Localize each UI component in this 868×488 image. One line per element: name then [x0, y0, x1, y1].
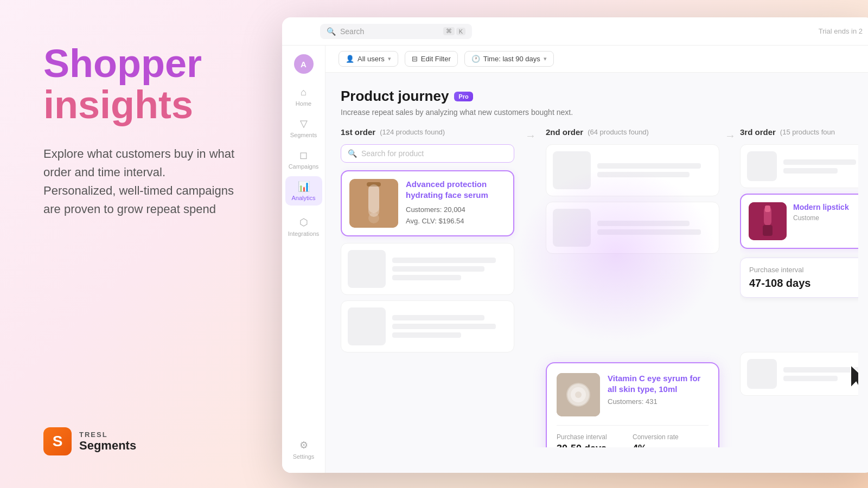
skeleton-line [392, 332, 461, 338]
skeleton-card-2 [341, 300, 514, 352]
left-content: Shopper insights Explore what customers … [43, 43, 239, 219]
lipstick-info: Modern lipstick Custome [793, 202, 849, 222]
all-users-label: All users [358, 55, 385, 63]
svg-point-2 [368, 213, 379, 223]
skeleton-lines [597, 221, 712, 235]
svg-point-5 [566, 383, 590, 407]
filter-bar: 👤 All users ▾ ⊟ Edit Filter 🕐 Time: last… [326, 46, 868, 73]
arrow-icon-1: → [525, 130, 536, 142]
col2-title: 2nd order [546, 127, 583, 137]
k-key: K [456, 28, 465, 35]
column-second-order: 2nd order (64 products found) [540, 127, 725, 447]
skeleton-line [597, 221, 690, 226]
time-filter-button[interactable]: 🕐 Time: last 90 days ▾ [464, 51, 554, 67]
svg-rect-3 [367, 182, 381, 187]
serum-info: Advanced protection hydrating face serum… [406, 179, 506, 227]
main-layout: A ⌂ Home ▽ Segments ◻ Campaigns 📊 Analyt… [282, 46, 868, 473]
vitamin-name: Vitamin C eye syrum for all skin type, 1… [608, 373, 709, 394]
skeleton-line [392, 275, 461, 280]
brand-name-bottom: Segments [79, 439, 136, 453]
product-search-input[interactable]: 🔍 Search for product [341, 144, 514, 163]
skeleton-line [783, 168, 838, 174]
svg-rect-4 [557, 373, 600, 416]
svg-rect-11 [763, 225, 773, 236]
sidebar-label-home: Home [296, 100, 311, 107]
sidebar-item-segments[interactable]: ▽ Segments [285, 113, 322, 143]
pro-badge: Pro [454, 92, 473, 101]
skeleton-lines [783, 367, 858, 381]
lipstick-customers: Custome [793, 214, 849, 222]
sidebar-item-integrations[interactable]: ⬡ Integrations [285, 212, 322, 241]
person-icon: 👤 [346, 55, 354, 63]
conversion-rate-value: 4% [633, 443, 709, 447]
skeleton-col2-card-2 [546, 202, 719, 254]
skeleton-line [597, 229, 701, 235]
skeleton-img [553, 209, 591, 247]
description-text: Explore what customers buy in what order… [43, 145, 239, 219]
sidebar-item-home[interactable]: ⌂ Home [285, 82, 322, 111]
brand-icon: S [43, 427, 72, 455]
product-card-serum[interactable]: Advanced protection hydrating face serum… [341, 170, 514, 236]
vitamin-stats: Purchase interval 30-50 days Conversion … [557, 425, 709, 447]
journey-area: 1st order (124 products found) 🔍 Search … [341, 127, 858, 447]
conversion-rate-label: Conversion rate [633, 433, 709, 441]
arrow-icon-2: → [725, 130, 736, 142]
svg-marker-12 [851, 365, 858, 390]
vitamin-c-card[interactable]: Vitamin C eye syrum for all skin type, 1… [546, 362, 719, 447]
edit-filter-button[interactable]: ⊟ Edit Filter [405, 51, 458, 67]
sidebar-label-integrations: Integrations [288, 230, 319, 237]
sidebar-item-settings[interactable]: ⚙ Settings [285, 435, 322, 464]
search-icon: 🔍 [327, 27, 336, 36]
skeleton-lines [783, 159, 858, 174]
page-title-row: Product journey Pro [341, 88, 858, 105]
lipstick-image [749, 202, 787, 240]
home-icon: ⌂ [301, 87, 307, 98]
purchase-interval-label: Purchase interval [557, 433, 633, 441]
headline: Shopper insights [43, 43, 239, 125]
sidebar-item-analytics[interactable]: 📊 Analytics [285, 176, 322, 206]
chevron-down-icon: ▾ [388, 55, 391, 62]
skeleton-line [597, 163, 701, 169]
lipstick-name: Modern lipstick [793, 202, 849, 212]
lipstick-card[interactable]: Modern lipstick Custome [740, 194, 858, 249]
sidebar-label-analytics: Analytics [291, 195, 315, 201]
purchase-interval-value-3: 47-108 days [749, 277, 858, 290]
search-product-placeholder: Search for product [361, 149, 424, 158]
avatar: A [294, 54, 314, 74]
search-bar[interactable]: 🔍 Search ⌘ K [320, 24, 472, 39]
skeleton-img [747, 359, 777, 389]
col3-title: 3rd order [740, 127, 776, 137]
skeleton-col3-card-2 [740, 352, 858, 396]
brand-name-top: TRESL [79, 431, 136, 439]
brand-text: TRESL Segments [79, 431, 136, 453]
serum-name: Advanced protection hydrating face serum [406, 179, 506, 200]
page-header: Product journey Pro Increase repeat sale… [341, 88, 858, 117]
all-users-button[interactable]: 👤 All users ▾ [339, 51, 398, 67]
vitamin-customers: Customers: 431 [608, 397, 709, 406]
brand-logo: S TRESL Segments [43, 427, 239, 455]
column-header-3: 3rd order (15 products foun [740, 127, 858, 137]
sidebar-label-settings: Settings [293, 453, 315, 460]
arrow-1-2: → [525, 127, 536, 447]
sidebar-item-campaigns[interactable]: ◻ Campaigns [285, 145, 322, 174]
clock-icon: 🕐 [471, 55, 480, 63]
skeleton-line [392, 266, 484, 272]
sidebar: A ⌂ Home ▽ Segments ◻ Campaigns 📊 Analyt… [282, 46, 326, 473]
skeleton-line [597, 172, 690, 177]
column-first-order: 1st order (124 products found) 🔍 Search … [341, 127, 525, 447]
svg-point-7 [575, 391, 582, 398]
skeleton-lines-1 [392, 258, 507, 280]
cmd-key: ⌘ [443, 27, 455, 35]
purchase-interval-value: 30-50 days [557, 443, 633, 447]
headline-line2: insights [43, 85, 239, 126]
integrations-icon: ⬡ [299, 216, 308, 228]
vitamin-card-top: Vitamin C eye syrum for all skin type, 1… [557, 373, 709, 416]
page-content: Product journey Pro Increase repeat sale… [326, 73, 868, 473]
conversion-rate-block: Conversion rate 4% [633, 433, 709, 447]
analytics-icon: 📊 [298, 181, 310, 192]
vitamin-info: Vitamin C eye syrum for all skin type, 1… [608, 373, 709, 416]
col2-count: (64 products found) [588, 128, 649, 136]
app-window: 🔍 Search ⌘ K Trial ends in 2 A ⌂ Home ▽ … [282, 17, 868, 473]
purchase-interval-box: Purchase interval 47-108 days [740, 258, 858, 298]
col1-title: 1st order [341, 127, 375, 137]
